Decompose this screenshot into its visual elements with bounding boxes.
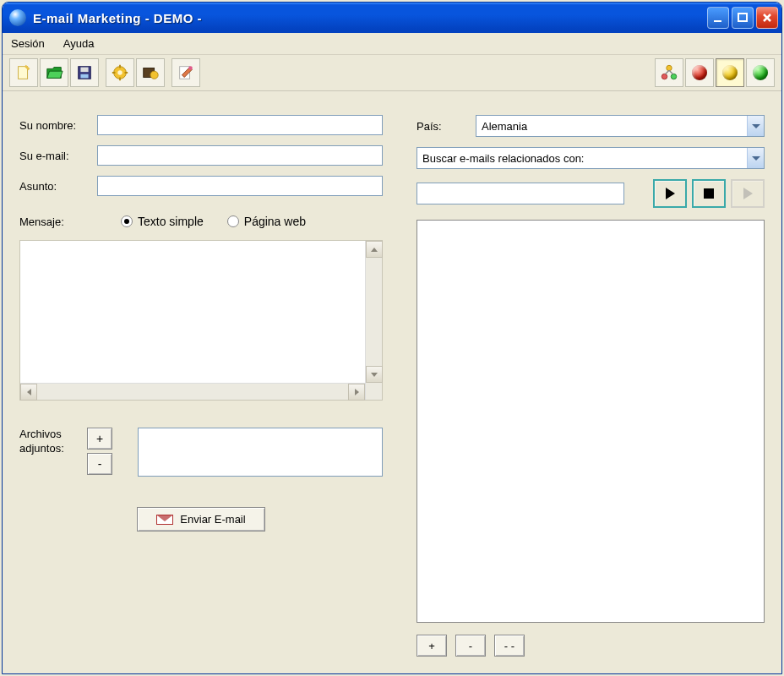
- results-remove-all-button[interactable]: - -: [494, 635, 525, 657]
- green-ball-icon: [753, 65, 768, 80]
- results-listbox[interactable]: [416, 220, 765, 623]
- app-globe-icon: [9, 9, 26, 26]
- toolbar-config1-button[interactable]: [106, 58, 134, 87]
- asunto-label: Asunto:: [19, 180, 97, 193]
- svg-rect-5: [80, 74, 88, 79]
- horizontal-scrollbar[interactable]: [20, 383, 365, 400]
- radio-dot-icon: [227, 215, 239, 227]
- toolbar-new-button[interactable]: [9, 58, 38, 87]
- play-button[interactable]: [653, 179, 687, 208]
- stop-icon: [704, 188, 714, 199]
- maximize-button[interactable]: [732, 7, 754, 29]
- scroll-right-icon[interactable]: [348, 384, 365, 401]
- status-green-button[interactable]: [746, 58, 775, 87]
- red-ball-icon: [692, 65, 707, 80]
- next-button: [731, 179, 765, 208]
- buscar-combo[interactable]: Buscar e-mails relacionados con:: [416, 147, 765, 169]
- svg-rect-4: [80, 68, 88, 73]
- enviar-button[interactable]: Enviar E-mail: [137, 507, 264, 532]
- status-yellow-button[interactable]: [716, 58, 744, 87]
- svg-rect-2: [19, 67, 28, 79]
- nombre-input[interactable]: [97, 115, 383, 135]
- attachments-list[interactable]: [138, 428, 383, 477]
- window-title: E-mail Marketing - DEMO -: [33, 11, 707, 25]
- status-red-button[interactable]: [685, 58, 714, 87]
- toolbar-edit-button[interactable]: [172, 58, 200, 87]
- toolbar-save-button[interactable]: [70, 58, 99, 87]
- svg-rect-1: [738, 14, 747, 21]
- envelope-icon: [156, 515, 173, 525]
- app-window: E-mail Marketing - DEMO - Sesión Ayuda: [2, 2, 782, 674]
- svg-point-7: [117, 70, 122, 75]
- close-button[interactable]: [756, 7, 778, 29]
- svg-point-9: [150, 71, 158, 79]
- menu-ayuda[interactable]: Ayuda: [60, 35, 98, 52]
- svg-rect-0: [714, 20, 721, 22]
- titlebar: E-mail Marketing - DEMO -: [3, 3, 781, 33]
- content-area: Su nombre: Su e-mail: Asunto: Mensaje: T…: [3, 91, 781, 673]
- email-label: Su e-mail:: [19, 150, 97, 162]
- menubar: Sesión Ayuda: [3, 33, 781, 55]
- mensaje-textarea[interactable]: [19, 240, 383, 401]
- toolbar-open-button[interactable]: [40, 58, 68, 87]
- email-input[interactable]: [97, 145, 383, 166]
- nombre-label: Su nombre:: [19, 119, 97, 132]
- radio-dot-icon: [121, 215, 133, 227]
- toolbar-network-button[interactable]: [655, 58, 683, 87]
- scroll-up-icon[interactable]: [366, 241, 383, 258]
- results-add-button[interactable]: +: [416, 635, 447, 657]
- svg-point-11: [188, 66, 193, 70]
- attach-remove-button[interactable]: -: [87, 453, 112, 475]
- pais-combo[interactable]: Alemania: [476, 115, 765, 137]
- dropdown-arrow-icon: [747, 116, 764, 136]
- play-icon: [666, 188, 675, 199]
- svg-point-14: [671, 74, 676, 79]
- asunto-input[interactable]: [97, 176, 383, 196]
- attach-add-button[interactable]: +: [87, 428, 112, 450]
- pais-label: País:: [416, 120, 476, 133]
- svg-point-12: [667, 65, 672, 70]
- search-term-input[interactable]: [416, 183, 624, 204]
- radio-web-label: Página web: [244, 215, 306, 228]
- play-icon: [743, 188, 753, 199]
- svg-point-13: [662, 74, 667, 79]
- radio-texto-simple[interactable]: Texto simple: [121, 215, 204, 228]
- scroll-down-icon[interactable]: [366, 366, 383, 383]
- scroll-left-icon[interactable]: [20, 384, 37, 401]
- results-remove-button[interactable]: -: [455, 635, 486, 657]
- radio-pagina-web[interactable]: Página web: [227, 215, 306, 228]
- minimize-button[interactable]: [707, 7, 729, 29]
- radio-texto-label: Texto simple: [138, 215, 204, 228]
- toolbar: [3, 55, 781, 91]
- vertical-scrollbar[interactable]: [365, 241, 382, 383]
- menu-sesion[interactable]: Sesión: [8, 35, 48, 52]
- stop-button[interactable]: [692, 179, 726, 208]
- adjuntos-label: Archivos adjuntos:: [19, 428, 79, 456]
- mensaje-label: Mensaje:: [19, 215, 97, 228]
- dropdown-arrow-icon: [747, 148, 764, 168]
- toolbar-config2-button[interactable]: [136, 58, 165, 87]
- yellow-ball-icon: [722, 65, 738, 80]
